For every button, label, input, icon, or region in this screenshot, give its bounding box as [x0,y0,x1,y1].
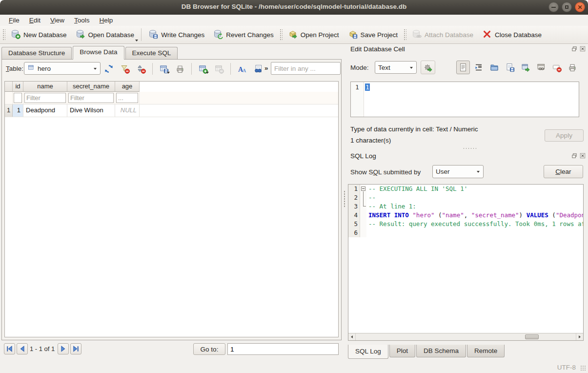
apply-button[interactable]: Apply [545,129,584,142]
filter-any-input[interactable] [271,62,341,75]
revert-changes-button[interactable]: Revert Changes [209,27,278,43]
tab-browse-data[interactable]: Browse Data [73,46,124,60]
edit-display-format-button[interactable]: AA [236,62,248,75]
chevron-down-icon [410,67,413,69]
mode-select[interactable]: Text [375,61,417,74]
menu-file[interactable]: File [4,16,24,25]
filter-input-name[interactable] [24,93,66,103]
word-wrap-button[interactable] [472,61,486,74]
dock-close-button[interactable] [579,46,586,52]
dock-float-button[interactable] [571,46,577,52]
toolbar-handle[interactable] [403,28,406,41]
last-record-button[interactable] [70,343,81,354]
cell-editor[interactable]: 1 1 [350,82,579,117]
clear-sorting-button[interactable] [135,62,147,75]
tab-plot[interactable]: Plot [389,345,415,357]
sql-log-view[interactable]: 1-- EXECUTING ALL IN 'SQL 1'2--3-- At li… [348,184,584,341]
set-null-button[interactable] [550,61,564,74]
clear-log-button[interactable]: Clear [544,165,583,178]
toolbar-handle[interactable] [2,28,5,41]
resize-grip[interactable] [580,365,587,372]
scroll-right-arrow[interactable] [576,333,583,340]
previous-record-button[interactable] [17,343,28,354]
fold-margin[interactable] [360,185,366,193]
encoding-indicator: UTF-8 [557,364,576,371]
cell-id[interactable]: 1 [13,104,23,117]
column-header-id[interactable]: id [13,82,23,92]
toolbar-handle[interactable] [279,28,283,41]
minimize-button[interactable] [548,2,559,12]
sql-log-controls: Show SQL submitted by User Clear [347,165,588,180]
tab-remote[interactable]: Remote [467,345,505,357]
row-header[interactable]: 1 [5,104,13,117]
save-project-button[interactable]: Save Project [344,27,403,43]
panel-splitter[interactable] [342,44,347,361]
close-database-button[interactable]: Close Database [478,27,546,43]
log-line-number: 2 [348,193,360,202]
auto-switch-mode-button[interactable] [421,61,435,74]
save-table-button[interactable] [158,62,170,75]
import-data-button[interactable] [487,61,501,74]
app-window: DB Browser for SQLite - /home/user/code/… [0,0,588,373]
column-header-age[interactable]: age [115,82,140,92]
open-database-button[interactable]: Open Database [71,27,139,43]
filter-input-age[interactable] [116,93,138,103]
copy-link-button[interactable] [534,61,548,74]
next-record-button[interactable] [58,343,69,354]
cell-char-count: 1 character(s) [350,137,391,144]
log-line-text [366,228,368,237]
find-in-table-button[interactable] [252,62,264,75]
tab-execute-sql[interactable]: Execute SQL [125,47,178,59]
toolbar-overflow-chevron[interactable]: » [264,64,268,72]
menu-view[interactable]: View [45,16,69,25]
print-cell-button[interactable] [566,61,579,74]
table-select[interactable]: hero [24,62,101,75]
column-header-secret_name[interactable]: secret_name [67,82,115,92]
svg-text:A: A [243,67,246,73]
scroll-left-arrow[interactable] [348,333,356,340]
grid-corner[interactable] [5,82,13,92]
log-line-text: -- Result: query executed successfully. … [366,220,583,228]
cell-secret_name[interactable]: Dive Wilson [67,104,115,117]
first-record-button[interactable] [4,343,15,354]
column-header-name[interactable]: name [23,82,67,92]
goto-button[interactable]: Go to: [193,343,225,355]
data-grid: idnamesecret_nameage11DeadpondDive Wilso… [4,81,339,337]
insert-record-button[interactable] [197,62,209,75]
open-external-button[interactable] [519,61,532,74]
maximize-button[interactable] [562,2,572,12]
open-project-button[interactable]: Open Project [284,27,344,43]
text-mode-button[interactable] [456,61,470,74]
scrollbar-thumb[interactable] [525,334,539,339]
filter-input-secret_name[interactable] [68,93,114,103]
tab-database-structure[interactable]: Database Structure [1,47,72,59]
export-data-button[interactable] [503,61,517,74]
open-database-button-label: Open Database [88,31,135,39]
fold-collapse-icon[interactable] [361,186,365,191]
write-changes-button[interactable]: Write Changes [144,27,209,43]
clear-filters-button[interactable] [119,62,131,75]
table-row[interactable]: 11DeadpondDive WilsonNULL [5,104,338,117]
new-database-button[interactable]: New Database [6,27,71,43]
refresh-button[interactable] [102,62,115,75]
toolbar-separator [141,28,142,41]
filter-input-id[interactable] [14,93,22,103]
titlebar[interactable]: DB Browser for SQLite - /home/user/code/… [0,0,588,15]
main-toolbar: New DatabaseOpen DatabaseWrite ChangesRe… [0,26,588,44]
sql-log-line: 6 [348,228,583,237]
cell-name[interactable]: Deadpond [23,104,67,117]
print-table-button[interactable] [174,62,186,75]
dock-float-button[interactable] [571,153,577,159]
log-source-select[interactable]: User [432,165,484,178]
goto-input[interactable] [227,343,339,355]
menu-tools[interactable]: Tools [69,16,95,25]
tab-db-schema[interactable]: DB Schema [416,345,466,357]
menu-help[interactable]: Help [95,16,118,25]
cell-age[interactable]: NULL [115,104,140,117]
horizontal-scrollbar[interactable] [348,333,583,340]
tab-sql-log[interactable]: SQL Log [348,345,388,359]
close-button[interactable]: ✕ [575,2,585,12]
dock-splitter-grip[interactable] [463,147,476,150]
dock-close-button[interactable] [579,153,586,159]
menu-edit[interactable]: Edit [24,16,45,25]
